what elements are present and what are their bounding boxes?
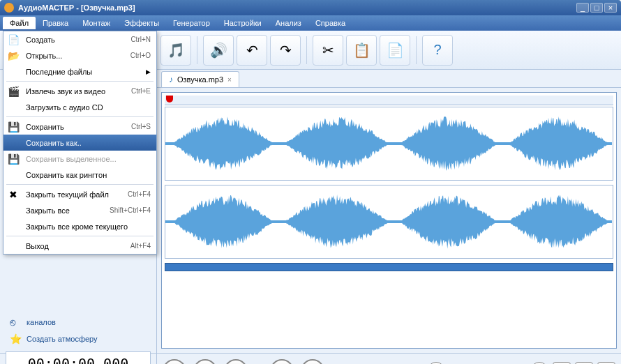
skip-end-button[interactable]: ⏭ [301,359,324,365]
menu-item-1[interactable]: 📂Открыть...Ctrl+O [3,47,156,63]
menu-item-icon [6,101,20,114]
maximize-button[interactable]: □ [590,3,603,13]
menu-item-label: Создать [26,36,130,44]
menu-item-label: Извлечь звук из видео [26,87,131,96]
tool-help-icon[interactable]: ? [422,35,453,66]
menu-item-4[interactable]: Загрузить с аудио CD [3,99,156,115]
menu-help[interactable]: Справка [308,17,352,29]
stop-button[interactable]: ■ [193,359,217,365]
separator [306,36,307,64]
menu-item-label: Последние файлы [26,68,146,76]
menu-generator[interactable]: Генератор [166,17,217,29]
menu-item-shortcut: Ctrl+E [131,87,151,95]
menu-effects[interactable]: Эффекты [117,17,166,29]
tool-paste-icon[interactable]: 📄 [380,35,410,66]
sidebar-atmosphere[interactable]: ⭐ Создать атмосферу [6,331,151,347]
menu-item-icon: 💾 [6,121,20,133]
menu-item-shortcut: Ctrl+F4 [128,190,151,198]
zoom-out-button[interactable]: − [427,362,445,365]
menu-edit[interactable]: Правка [36,17,75,29]
menu-item-icon: ✖ [6,188,20,201]
record-button[interactable]: ● [224,359,248,365]
titlebar: АудиоМАСТЕР - [Озвучка.mp3] _ □ × [0,0,621,15]
minimize-button[interactable]: _ [576,3,589,13]
menu-separator [6,236,154,236]
menu-item-label: Открыть... [26,52,130,60]
timeline-ruler[interactable] [165,96,613,105]
playhead-marker[interactable] [166,96,173,103]
app-icon [4,3,14,13]
fit-vertical-button[interactable]: ↕ [575,362,593,365]
menu-item-2[interactable]: Последние файлы▶ [3,63,156,79]
atmosphere-icon: ⭐ [10,333,22,344]
menu-item-6[interactable]: Сохранить как.. [3,135,156,151]
menu-item-icon [6,204,20,217]
menu-item-shortcut: Alt+F4 [130,242,151,250]
tool-music-icon[interactable]: 🎵 [160,35,191,66]
menu-item-icon [6,169,20,181]
window-controls: _ □ × [576,3,617,13]
menu-analyze[interactable]: Анализ [269,17,308,29]
separator [197,36,197,64]
menu-file[interactable]: Файл [3,17,36,29]
separator [416,36,417,64]
fit-horizontal-button[interactable]: ↔ [553,362,571,365]
tab-close-icon[interactable]: × [227,76,232,84]
transport-controls: ▶ ■ ● ⏮ ⏭ − + ↔ ↕ 1:1 [157,354,621,364]
menu-item-icon [6,66,20,78]
menu-item-3[interactable]: 🎬Извлечь звук из видеоCtrl+E [3,83,156,99]
zoom-reset-button[interactable]: 1:1 [597,362,615,365]
tool-cut-icon[interactable]: ✂ [313,35,343,66]
menu-item-label: Сохранить выделенное... [26,155,151,163]
menu-item-shortcut: Ctrl+O [130,52,151,59]
waveform-area[interactable] [161,92,617,349]
menu-item-8[interactable]: Сохранить как рингтон [3,167,156,183]
tool-redo-icon[interactable]: ↷ [270,35,301,66]
sidebar-atmosphere-label: Создать атмосферу [27,335,98,343]
menu-item-icon [6,137,20,149]
submenu-arrow-icon: ▶ [146,68,151,75]
menu-item-label: Сохранить [26,123,131,131]
overview-track[interactable] [165,263,613,271]
menu-item-12[interactable]: ВыходAlt+F4 [3,238,156,254]
tab-bar: ♪ Озвучка.mp3 × [157,70,621,88]
waveform-channel-left[interactable] [165,107,613,181]
menu-separator [6,81,154,82]
tab-label: Озвучка.mp3 [177,75,223,84]
tool-copy-icon[interactable]: 📋 [346,35,377,66]
close-button[interactable]: × [604,3,617,13]
menu-item-label: Выход [26,242,130,250]
menu-montage[interactable]: Монтаж [75,17,117,29]
play-button[interactable]: ▶ [163,359,186,365]
menu-item-shortcut: Ctrl+S [131,123,151,130]
sidebar-channels-label: каналов [27,318,56,326]
time-panel: 00:00:00.000 [ 00:00:00.000 – 00:00:00.0… [0,354,157,364]
menu-item-7: 💾Сохранить выделенное... [3,151,156,167]
menu-item-5[interactable]: 💾СохранитьCtrl+S [3,119,156,135]
channels-icon: ⎋ [10,317,22,328]
menu-item-shortcut: Ctrl+N [130,36,151,43]
time-display: 00:00:00.000 [6,351,151,364]
zoom-in-button[interactable]: + [530,362,548,365]
zoom-controls: − + ↔ ↕ 1:1 [427,362,615,365]
menu-item-label: Сохранить как рингтон [26,171,151,179]
menu-item-icon: 📄 [6,33,20,46]
menu-item-label: Закрыть все [26,206,110,215]
menu-item-icon: 🎬 [6,85,20,98]
music-note-icon: ♪ [169,75,173,84]
menu-item-shortcut: Shift+Ctrl+F4 [110,206,151,214]
waveform-channel-right[interactable] [165,185,613,259]
sidebar-channels[interactable]: ⎋ каналов [6,314,151,331]
tool-sound-icon[interactable]: 🔊 [203,35,234,66]
skip-start-button[interactable]: ⏮ [270,359,294,365]
menu-item-icon: 💾 [6,153,20,165]
tool-undo-icon[interactable]: ↶ [237,35,267,66]
menu-item-11[interactable]: Закрыть все кроме текущего [3,218,156,234]
menu-settings[interactable]: Настройки [217,17,269,29]
menu-item-0[interactable]: 📄СоздатьCtrl+N [3,31,156,47]
file-tab[interactable]: ♪ Озвучка.mp3 × [161,71,239,87]
menu-item-icon: 📂 [6,50,20,62]
menu-separator [6,116,154,117]
menu-item-9[interactable]: ✖Закрыть текущий файлCtrl+F4 [3,186,156,202]
menu-item-10[interactable]: Закрыть всеShift+Ctrl+F4 [3,202,156,218]
